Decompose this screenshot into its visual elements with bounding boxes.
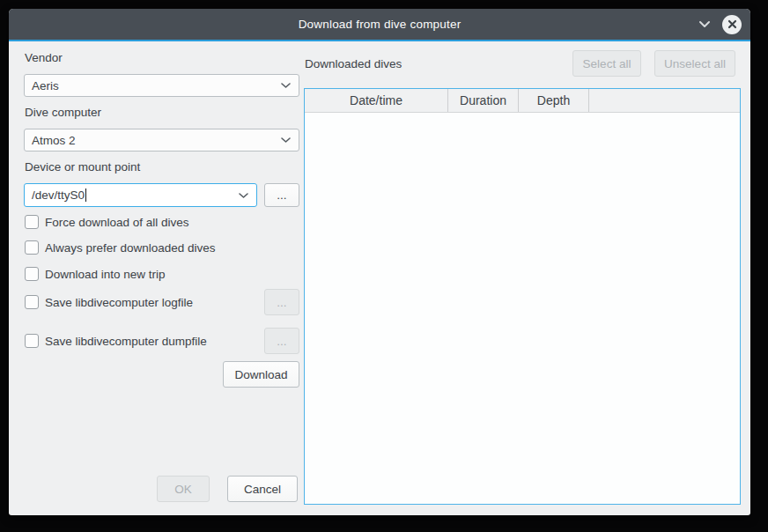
save-logfile-checkbox[interactable]: Save libdivecomputer logfile — [25, 295, 193, 309]
downloaded-dives-table: Date/time Duration Depth — [304, 88, 741, 505]
dive-computer-label: Dive computer — [25, 106, 101, 119]
prefer-downloaded-checkbox[interactable]: Always prefer downloaded dives — [25, 240, 216, 255]
column-header-extra[interactable] — [589, 89, 740, 112]
checkbox-label: Download into new trip — [45, 268, 166, 281]
download-dialog: Download from dive computer Vendor Aeris — [9, 9, 750, 515]
dumpfile-browse-button[interactable]: ... — [264, 328, 299, 354]
force-download-checkbox[interactable]: Force download of all dives — [25, 215, 189, 229]
unselect-all-button[interactable]: Unselect all — [654, 50, 735, 77]
shade-button[interactable] — [696, 16, 713, 33]
ok-button[interactable]: OK — [157, 476, 210, 502]
vendor-select[interactable]: Aeris — [24, 74, 299, 97]
chevron-down-icon — [698, 20, 711, 28]
select-all-button[interactable]: Select all — [572, 50, 641, 77]
checkbox-label: Save libdivecomputer logfile — [45, 296, 193, 309]
dialog-body: Vendor Aeris Dive computer Atmos 2 Devic… — [9, 41, 750, 515]
new-trip-checkbox[interactable]: Download into new trip — [25, 267, 166, 281]
vendor-value: Aeris — [32, 79, 59, 92]
checkbox-box — [25, 267, 39, 281]
checkbox-box — [25, 334, 39, 348]
table-header-row: Date/time Duration Depth — [305, 89, 740, 113]
device-input[interactable]: /dev/ttyS0 — [24, 183, 257, 207]
save-dumpfile-checkbox[interactable]: Save libdivecomputer dumpfile — [25, 334, 207, 348]
chevron-down-icon — [238, 192, 249, 199]
device-label: Device or mount point — [25, 160, 140, 174]
close-icon — [727, 19, 737, 29]
device-browse-button[interactable]: ... — [264, 183, 299, 207]
close-button[interactable] — [722, 15, 742, 34]
checkbox-label: Save libdivecomputer dumpfile — [45, 335, 207, 348]
logfile-browse-button[interactable]: ... — [264, 289, 299, 315]
table-body[interactable] — [305, 113, 740, 504]
checkbox-box — [25, 295, 39, 309]
checkbox-box — [25, 215, 39, 229]
titlebar-controls — [696, 9, 742, 40]
checkbox-label: Force download of all dives — [45, 216, 189, 229]
checkbox-box — [25, 240, 39, 255]
titlebar[interactable]: Download from dive computer — [9, 9, 750, 40]
cancel-button[interactable]: Cancel — [227, 476, 298, 502]
dialog-title: Download from dive computer — [299, 18, 462, 31]
column-header-depth[interactable]: Depth — [519, 89, 589, 112]
checkbox-label: Always prefer downloaded dives — [45, 241, 216, 255]
chevron-down-icon — [280, 82, 292, 89]
column-header-date-time[interactable]: Date/time — [305, 89, 448, 112]
chevron-down-icon — [280, 137, 292, 144]
vendor-label: Vendor — [25, 51, 63, 64]
column-header-duration[interactable]: Duration — [448, 89, 519, 112]
downloaded-dives-heading: Downloaded dives — [305, 57, 402, 70]
download-button[interactable]: Download — [223, 361, 299, 388]
dive-computer-value: Atmos 2 — [32, 134, 76, 147]
device-value: /dev/ttyS0 — [32, 188, 85, 202]
dive-computer-select[interactable]: Atmos 2 — [24, 129, 299, 151]
text-caret — [85, 188, 86, 202]
